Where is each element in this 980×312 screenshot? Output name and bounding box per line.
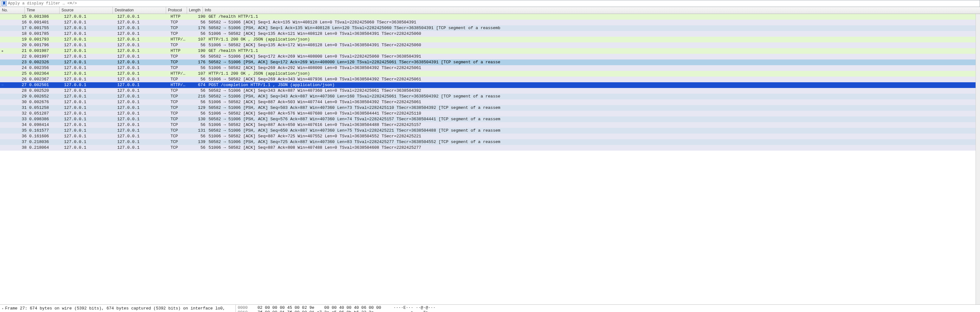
cell-time: 0.098386: [29, 116, 64, 122]
cell-destination: 127.0.0.1: [117, 116, 170, 122]
row-gutter: [0, 122, 5, 128]
cell-destination: 127.0.0.1: [117, 99, 170, 105]
cell-source: 127.0.0.1: [64, 122, 117, 128]
packet-row[interactable]: 230.002326127.0.0.1127.0.0.1TCP17650582 …: [0, 60, 980, 65]
cell-protocol: TCP: [170, 128, 191, 133]
row-gutter: [0, 88, 5, 93]
cell-length: 56: [191, 99, 207, 105]
packet-row[interactable]: 320.051287127.0.0.1127.0.0.1TCP5651006 →…: [0, 111, 980, 116]
display-filter-bar[interactable]: [0, 0, 980, 7]
cell-time: 0.001796: [29, 43, 64, 48]
vertical-scrollbar[interactable]: [975, 14, 980, 304]
packet-row[interactable]: 170.001755127.0.0.1127.0.0.1TCP17650582 …: [0, 25, 980, 31]
header-time[interactable]: Time: [25, 7, 60, 14]
cell-source: 127.0.0.1: [64, 60, 117, 65]
cell-info: 50582 → 51006 [PSH, ACK] Seq=503 Ack=887…: [207, 105, 980, 111]
packet-details-pane[interactable]: ▸ Frame 27: 674 bytes on wire (5392 bits…: [0, 305, 236, 312]
cell-protocol: TCP: [170, 105, 191, 111]
packet-row[interactable]: 210.001987127.0.0.1127.0.0.1HTTP190GET /…: [0, 48, 980, 54]
bottom-panes: ▸ Frame 27: 674 bytes on wire (5392 bits…: [0, 304, 980, 312]
packet-row[interactable]: 280.002520127.0.0.1127.0.0.1TCP5650582 →…: [0, 88, 980, 93]
header-length[interactable]: Length: [187, 7, 203, 14]
cell-no: 26: [5, 77, 29, 82]
row-gutter: [0, 133, 5, 139]
cell-no: 32: [5, 111, 29, 116]
header-protocol[interactable]: Protocol: [166, 7, 187, 14]
cell-info: 51006 → 50582 [ACK] Seq=269 Ack=343 Win=…: [207, 77, 980, 82]
packet-row[interactable]: 180.001785127.0.0.1127.0.0.1TCP5651006 →…: [0, 31, 980, 37]
cell-source: 127.0.0.1: [64, 145, 117, 150]
cell-info: HTTP/1.1 200 OK , JSON (application/json…: [207, 37, 980, 43]
cell-time: 0.002326: [29, 60, 64, 65]
packet-row[interactable]: 240.002356127.0.0.1127.0.0.1TCP5651006 →…: [0, 65, 980, 71]
packet-row[interactable]: 160.001401127.0.0.1127.0.0.1TCP5650582 →…: [0, 20, 980, 25]
packet-row[interactable]: 380.218064127.0.0.1127.0.0.1TCP5651006 →…: [0, 145, 980, 150]
cell-destination: 127.0.0.1: [117, 48, 170, 54]
packet-row[interactable]: 330.098386127.0.0.1127.0.0.1TCP13050582 …: [0, 116, 980, 122]
cell-time: 0.098414: [29, 122, 64, 128]
packet-row[interactable]: 190.001793127.0.0.1127.0.0.1HTTP/…107HTT…: [0, 37, 980, 43]
row-gutter: →: [0, 82, 5, 88]
header-info[interactable]: Info: [203, 7, 980, 14]
packet-list-header[interactable]: No. Time Source Destination Protocol Len…: [0, 7, 980, 14]
packet-bytes-pane[interactable]: 0000 02 00 00 00 45 00 02 9e 00 00 40 00…: [236, 305, 980, 312]
cell-no: 17: [5, 25, 29, 31]
cell-no: 21: [5, 48, 29, 54]
header-destination[interactable]: Destination: [113, 7, 166, 14]
row-gutter: [0, 43, 5, 48]
cell-length: 107: [191, 37, 207, 43]
packet-row[interactable]: 290.002652127.0.0.1127.0.0.1TCP21650582 …: [0, 93, 980, 99]
packet-row[interactable]: 350.161577127.0.0.1127.0.0.1TCP13150582 …: [0, 128, 980, 133]
cell-time: 0.002356: [29, 65, 64, 71]
packet-row[interactable]: 360.161606127.0.0.1127.0.0.1TCP5651006 →…: [0, 133, 980, 139]
packet-row[interactable]: →270.002501127.0.0.1127.0.0.1HTTP/…674PO…: [0, 82, 980, 88]
cell-protocol: TCP: [170, 88, 191, 93]
hex-offset: 0000: [238, 306, 248, 310]
cell-time: 0.161577: [29, 128, 64, 133]
cell-destination: 127.0.0.1: [117, 145, 170, 150]
cell-destination: 127.0.0.1: [117, 25, 170, 31]
header-source[interactable]: Source: [60, 7, 113, 14]
cell-info: 51006 → 50582 [ACK] Seq=887 Ack=808 Win=…: [207, 145, 980, 150]
packet-row[interactable]: 260.002367127.0.0.1127.0.0.1TCP5651006 →…: [0, 77, 980, 82]
cell-no: 22: [5, 54, 29, 60]
cell-length: 176: [191, 25, 207, 31]
cell-protocol: TCP: [170, 25, 191, 31]
cell-destination: 127.0.0.1: [117, 111, 170, 116]
cell-protocol: TCP: [170, 77, 191, 82]
packet-row[interactable]: 300.002676127.0.0.1127.0.0.1TCP5651006 →…: [0, 99, 980, 105]
cell-length: 56: [191, 77, 207, 82]
header-no[interactable]: No.: [0, 7, 25, 14]
cell-length: 56: [191, 133, 207, 139]
cell-no: 35: [5, 128, 29, 133]
packet-row[interactable]: 250.002364127.0.0.1127.0.0.1HTTP/…107HTT…: [0, 71, 980, 77]
cell-destination: 127.0.0.1: [117, 122, 170, 128]
cell-no: 34: [5, 122, 29, 128]
cell-length: 56: [191, 145, 207, 150]
packet-row[interactable]: 150.001386127.0.0.1127.0.0.1HTTP190GET /…: [0, 14, 980, 20]
packet-row[interactable]: 370.218036127.0.0.1127.0.0.1TCP13950582 …: [0, 139, 980, 145]
packet-list[interactable]: 150.001386127.0.0.1127.0.0.1HTTP190GET /…: [0, 14, 980, 304]
display-filter-input[interactable]: [8, 1, 975, 6]
row-gutter: [0, 128, 5, 133]
packet-row[interactable]: 310.051258127.0.0.1127.0.0.1TCP12950582 …: [0, 105, 980, 111]
cell-info: 50582 → 51006 [PSH, ACK] Seq=1 Ack=135 W…: [207, 25, 980, 31]
hex-offset: 0010: [238, 310, 248, 312]
cell-source: 127.0.0.1: [64, 71, 117, 77]
packet-row[interactable]: 220.001997127.0.0.1127.0.0.1TCP5650582 →…: [0, 54, 980, 60]
expand-chevron-icon[interactable]: ▸: [2, 307, 4, 310]
cell-no: 36: [5, 133, 29, 139]
cell-time: 0.002652: [29, 93, 64, 99]
packet-row[interactable]: 200.001796127.0.0.1127.0.0.1TCP5651006 →…: [0, 43, 980, 48]
cell-destination: 127.0.0.1: [117, 105, 170, 111]
bookmark-filter-icon[interactable]: [2, 1, 6, 6]
packet-row[interactable]: 340.098414127.0.0.1127.0.0.1TCP5651006 →…: [0, 122, 980, 128]
cell-info: HTTP/1.1 200 OK , JSON (application/json…: [207, 71, 980, 77]
row-gutter: [0, 60, 5, 65]
cell-info: 51006 → 50582 [ACK] Seq=269 Ack=292 Win=…: [207, 65, 980, 71]
current-row-arrow-icon: →: [1, 83, 3, 87]
cell-info: 51006 → 50582 [ACK] Seq=887 Ack=576 Win=…: [207, 111, 980, 116]
cell-time: 0.001401: [29, 20, 64, 25]
cell-protocol: HTTP: [170, 14, 191, 20]
row-gutter: [0, 139, 5, 145]
